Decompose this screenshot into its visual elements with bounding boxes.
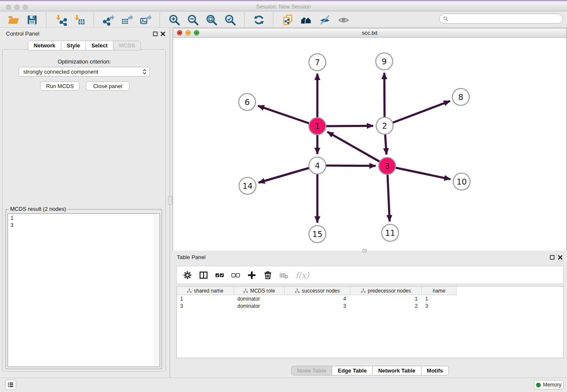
home-first-neighbors-icon[interactable] (300, 14, 313, 26)
edge-2-8[interactable] (385, 101, 450, 126)
node-1[interactable]: 1 (309, 118, 326, 135)
tab-network-table[interactable]: Network Table (372, 366, 421, 375)
horizontal-splitter-handle[interactable] (362, 249, 367, 253)
node-7[interactable]: 7 (309, 54, 326, 71)
task-history-button[interactable] (5, 380, 16, 390)
search-box[interactable] (439, 14, 563, 24)
node-2[interactable]: 2 (376, 117, 393, 134)
deselect-all-columns-icon[interactable] (230, 270, 241, 281)
toolbar-separator (46, 13, 47, 27)
criterion-dropdown[interactable]: strongly connected component (19, 67, 150, 77)
add-column-icon[interactable] (246, 270, 257, 281)
edge-3-10[interactable] (387, 166, 451, 179)
node-label: 9 (382, 57, 387, 66)
vertical-splitter-handle[interactable] (168, 196, 172, 205)
edge-3-1[interactable] (328, 132, 388, 166)
delete-column-icon[interactable] (262, 270, 273, 281)
tab-edge-table[interactable]: Edge Table (332, 366, 372, 375)
toolbar-divider (0, 27, 567, 28)
network-window-titlebar[interactable]: ✕ − + scc.txt (173, 28, 566, 38)
zoom-fit-icon[interactable] (205, 14, 218, 26)
memory-button[interactable]: Memory (534, 380, 564, 389)
node-label: 15 (312, 229, 322, 239)
gear-icon[interactable] (182, 270, 193, 281)
control-panel-tabs: NetworkStyleSelectMCDS (0, 41, 168, 50)
zoom-in-icon[interactable] (168, 14, 181, 26)
result-scrollbar[interactable] (154, 214, 159, 366)
tab-mcds[interactable]: MCDS (113, 41, 141, 50)
node-label: 2 (382, 121, 387, 130)
node-label: 4 (315, 161, 320, 170)
save-session-icon[interactable] (26, 14, 39, 26)
clone-network-icon[interactable] (281, 14, 294, 26)
mcds-result-text: 1 3 (8, 214, 160, 230)
import-table-icon[interactable] (73, 14, 86, 26)
table-panel-close-icon[interactable] (558, 255, 563, 260)
export-image-icon[interactable] (139, 14, 152, 26)
column-header-label: name (432, 288, 445, 294)
table-cell: 1 (177, 295, 234, 302)
delete-table-icon[interactable] (278, 270, 289, 281)
column-header-shared-name[interactable]: shared name (177, 287, 234, 295)
node-label: 11 (385, 228, 395, 237)
zoom-out-icon[interactable] (187, 14, 199, 26)
mcds-result-group: MCDS result (2 nodes) 1 3 (6, 209, 162, 369)
network-window-title: scc.txt (173, 30, 566, 36)
table-cell: 4 (285, 295, 350, 302)
node-label: 7 (315, 58, 320, 67)
search-input[interactable] (451, 15, 559, 22)
split-columns-icon[interactable] (198, 270, 209, 281)
node-9[interactable]: 9 (376, 53, 393, 70)
node-14[interactable]: 14 (239, 177, 256, 194)
node-label: 14 (242, 181, 253, 190)
open-session-icon[interactable] (7, 14, 20, 26)
control-panel-float-icon[interactable] (153, 31, 158, 36)
node-table[interactable]: shared nameMCDS rolesuccessor nodesprede… (176, 286, 564, 358)
close-panel-button[interactable]: Close panel (86, 81, 129, 91)
window-titlebar: Session: New Session (0, 0, 567, 11)
tab-network[interactable]: Network (28, 41, 61, 50)
mcds-result-area[interactable]: 1 3 (8, 213, 160, 367)
tab-select[interactable]: Select (85, 41, 113, 50)
edge-1-6[interactable] (258, 106, 318, 126)
node-15[interactable]: 15 (309, 226, 326, 243)
node-11[interactable]: 11 (382, 224, 399, 241)
tab-style[interactable]: Style (61, 41, 86, 50)
select-all-columns-icon[interactable] (214, 270, 225, 281)
tab-motifs[interactable]: Motifs (421, 366, 449, 375)
column-header-label: predecessor nodes (368, 288, 411, 294)
column-header-predecessor-nodes[interactable]: predecessor nodes (350, 287, 422, 295)
table-cell: 2 (350, 303, 422, 309)
table-row[interactable]: 3dominator323 (177, 303, 563, 309)
table-panel-float-icon[interactable] (550, 255, 555, 260)
tab-node-table[interactable]: Node Table (291, 366, 332, 375)
node-label: 10 (457, 177, 467, 186)
node-8[interactable]: 8 (452, 88, 469, 105)
node-4[interactable]: 4 (309, 157, 326, 174)
node-3[interactable]: 3 (379, 157, 396, 174)
run-mcds-button[interactable]: Run MCDS (40, 81, 80, 91)
edge-4-14[interactable] (259, 166, 317, 183)
import-network-icon[interactable] (55, 14, 67, 26)
node-6[interactable]: 6 (239, 94, 256, 110)
search-icon (443, 16, 449, 22)
toolbar-separator (273, 13, 274, 27)
refresh-layout-icon[interactable] (253, 14, 265, 26)
hide-details-icon[interactable] (319, 14, 331, 26)
node-10[interactable]: 10 (453, 173, 470, 190)
show-details-icon[interactable] (337, 14, 350, 26)
table-header-row: shared nameMCDS rolesuccessor nodesprede… (177, 287, 457, 295)
network-canvas[interactable]: 1234678910111415 (173, 38, 566, 251)
function-builder-icon[interactable]: f(x) (295, 270, 309, 281)
column-header-successor-nodes[interactable]: successor nodes (285, 287, 350, 295)
table-row[interactable]: 1dominator411 (177, 295, 563, 302)
column-header-MCDS-role[interactable]: MCDS role (234, 287, 285, 295)
mcds-result-title: MCDS result (2 nodes) (8, 206, 68, 212)
table-cell: 1 (422, 295, 457, 302)
zoom-selected-icon[interactable] (224, 14, 237, 26)
column-header-name[interactable]: name (422, 287, 457, 295)
control-panel-close-icon[interactable] (160, 31, 165, 36)
export-table-icon[interactable] (121, 14, 133, 26)
export-network-icon[interactable] (102, 14, 115, 26)
criterion-dropdown-value: strongly connected component (23, 69, 98, 75)
